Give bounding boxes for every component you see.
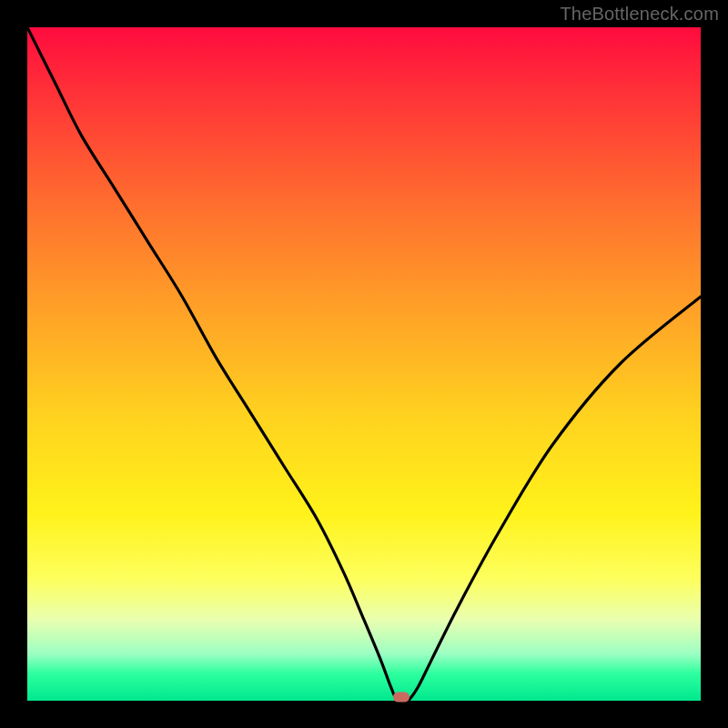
watermark-text: TheBottleneck.com [560, 4, 719, 25]
curve-path [27, 27, 701, 701]
plot-area [27, 27, 701, 701]
chart-frame: TheBottleneck.com [0, 0, 728, 728]
balanced-point-marker [393, 692, 410, 702]
bottleneck-curve [27, 27, 701, 701]
